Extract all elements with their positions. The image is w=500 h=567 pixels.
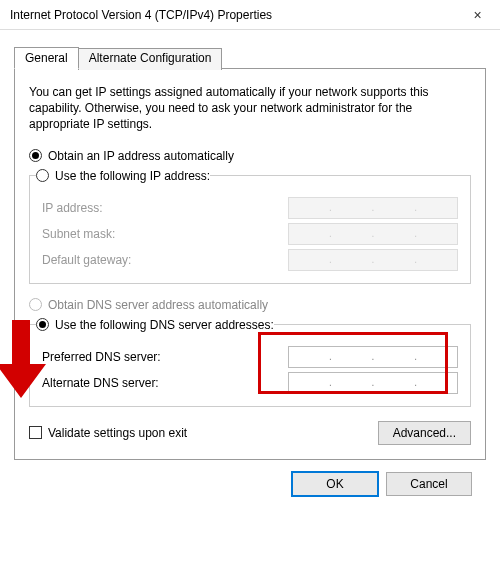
radio-icon xyxy=(29,149,42,162)
bottom-row: Validate settings upon exit Advanced... xyxy=(29,421,471,445)
dialog-buttons: OK Cancel xyxy=(14,460,486,496)
radio-ip-auto-label: Obtain an IP address automatically xyxy=(48,149,234,163)
radio-dns-manual-label: Use the following DNS server addresses: xyxy=(55,318,274,332)
tab-strip: General Alternate Configuration xyxy=(14,46,486,69)
titlebar: Internet Protocol Version 4 (TCP/IPv4) P… xyxy=(0,0,500,30)
dns-manual-group: Use the following DNS server addresses: … xyxy=(29,318,471,407)
alternate-dns-field[interactable]: ... xyxy=(288,372,458,394)
window-title: Internet Protocol Version 4 (TCP/IPv4) P… xyxy=(10,8,455,22)
ok-button[interactable]: OK xyxy=(292,472,378,496)
radio-dns-auto[interactable]: Obtain DNS server address automatically xyxy=(29,298,471,312)
preferred-dns-field[interactable]: ... xyxy=(288,346,458,368)
radio-ip-manual[interactable]: Use the following IP address: xyxy=(36,169,210,183)
ip-manual-group: Use the following IP address: IP address… xyxy=(29,169,471,284)
radio-ip-auto[interactable]: Obtain an IP address automatically xyxy=(29,149,471,163)
default-gateway-field: ... xyxy=(288,249,458,271)
dialog-content: General Alternate Configuration You can … xyxy=(0,30,500,508)
radio-dns-auto-label: Obtain DNS server address automatically xyxy=(48,298,268,312)
ip-address-label: IP address: xyxy=(42,201,288,215)
tab-panel-general: You can get IP settings assigned automat… xyxy=(14,69,486,460)
ip-address-field: ... xyxy=(288,197,458,219)
radio-dns-manual[interactable]: Use the following DNS server addresses: xyxy=(36,318,274,332)
radio-icon xyxy=(29,298,42,311)
tab-alternate-configuration[interactable]: Alternate Configuration xyxy=(78,48,223,70)
cancel-button[interactable]: Cancel xyxy=(386,472,472,496)
validate-label: Validate settings upon exit xyxy=(48,426,187,440)
subnet-mask-field: ... xyxy=(288,223,458,245)
preferred-dns-label: Preferred DNS server: xyxy=(42,350,288,364)
intro-text: You can get IP settings assigned automat… xyxy=(29,84,471,133)
subnet-mask-label: Subnet mask: xyxy=(42,227,288,241)
advanced-button[interactable]: Advanced... xyxy=(378,421,471,445)
radio-icon xyxy=(36,318,49,331)
radio-ip-manual-label: Use the following IP address: xyxy=(55,169,210,183)
tab-general[interactable]: General xyxy=(14,47,79,69)
alternate-dns-label: Alternate DNS server: xyxy=(42,376,288,390)
close-button[interactable]: × xyxy=(455,0,500,30)
default-gateway-label: Default gateway: xyxy=(42,253,288,267)
close-icon: × xyxy=(473,7,481,23)
validate-checkbox[interactable] xyxy=(29,426,42,439)
radio-icon xyxy=(36,169,49,182)
